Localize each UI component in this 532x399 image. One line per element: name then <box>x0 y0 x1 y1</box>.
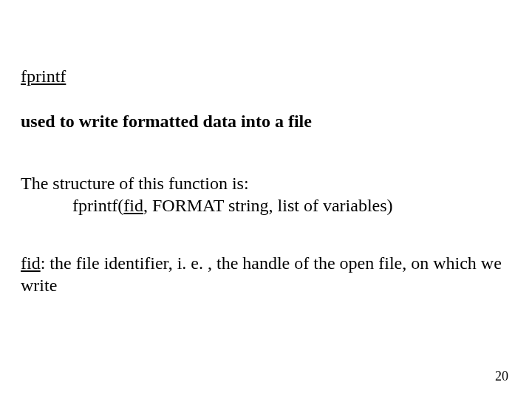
page-number: 20 <box>495 369 508 384</box>
structure-before-fid: fprintf( <box>72 196 123 215</box>
structure-fid: fid <box>123 196 143 215</box>
structure-intro: The structure of this function is: <box>21 172 511 194</box>
slide: fprintf used to write formatted data int… <box>0 0 532 399</box>
fid-description: fid: the file identifier, i. e. , the ha… <box>21 252 511 296</box>
structure-after-fid: , FORMAT string, list of variables) <box>143 196 393 215</box>
subtitle: used to write formatted data into a file <box>21 110 511 132</box>
structure-syntax: fprintf(fid, FORMAT string, list of vari… <box>21 194 511 216</box>
fid-label: fid <box>21 253 41 273</box>
fid-desc-text: : the file identifier, i. e. , the handl… <box>21 253 502 295</box>
slide-title: fprintf <box>21 66 511 86</box>
